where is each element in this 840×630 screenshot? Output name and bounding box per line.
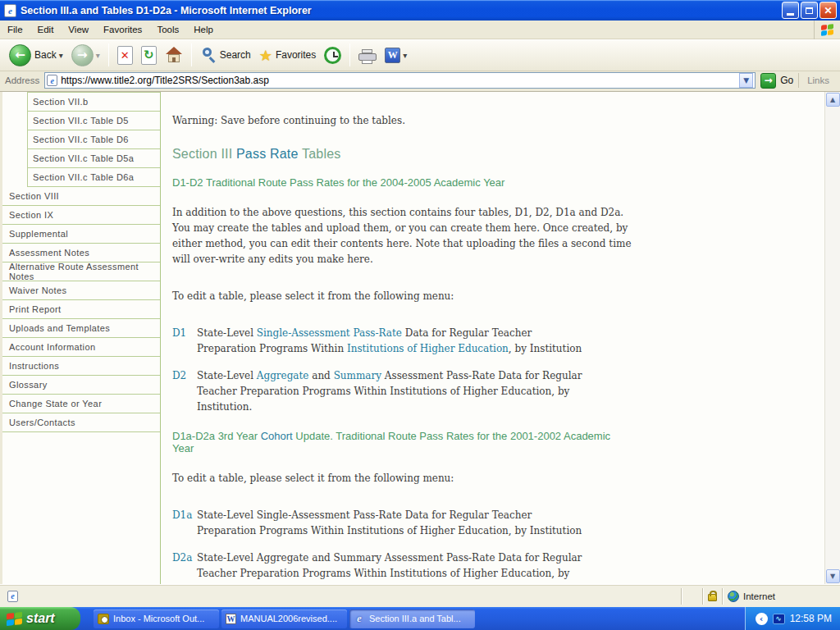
vertical-scrollbar[interactable]: ▲ ▼ xyxy=(824,92,840,584)
home-icon xyxy=(165,47,183,63)
go-arrow-icon: → xyxy=(760,73,776,89)
system-tray: ‹ ∿ 12:58 PM xyxy=(745,607,840,630)
restore-button[interactable] xyxy=(801,2,818,19)
menu-file[interactable]: File xyxy=(0,22,30,37)
address-dropdown-button[interactable]: ▼ xyxy=(739,73,753,88)
cohort-link[interactable]: Cohort xyxy=(261,430,293,442)
back-icon: ← xyxy=(9,44,31,66)
task-word-manual[interactable]: W MANUAL2006revised.... xyxy=(221,609,347,628)
sidebar-item-assessment-notes[interactable]: Assessment Notes xyxy=(2,244,160,262)
back-dropdown-icon[interactable]: ▾ xyxy=(59,51,63,60)
single-assessment-pass-rate-link[interactable]: Single-Assessment Pass-Rate xyxy=(257,327,402,339)
search-icon xyxy=(200,46,217,64)
sidebar-item-change-state-or-year[interactable]: Change State or Year xyxy=(2,395,160,413)
refresh-icon: ↻ xyxy=(141,46,157,65)
links-toolbar-label[interactable]: Links xyxy=(798,73,838,88)
search-label: Search xyxy=(220,49,251,61)
zone-label: Internet xyxy=(743,591,775,601)
menu-tools[interactable]: Tools xyxy=(149,22,186,37)
status-bar: e Internet xyxy=(0,584,840,607)
institutions-of-higher-education-link[interactable]: Institutions of Higher Education xyxy=(347,343,509,354)
status-page-icon: e xyxy=(7,591,18,602)
task-outlook-inbox[interactable]: Inbox - Microsoft Out... xyxy=(94,609,219,628)
restore-icon xyxy=(806,7,813,14)
title-bar: e Section III.a and Tables D1-D2a - Micr… xyxy=(0,0,840,21)
page-icon: e xyxy=(47,75,57,86)
menu-edit[interactable]: Edit xyxy=(30,22,62,37)
favorites-star-icon: ★ xyxy=(259,47,272,64)
edit-with-word-button[interactable]: W ▾ xyxy=(381,45,411,66)
stop-button[interactable]: ✕ xyxy=(113,43,137,67)
sidebar-item-waiver-notes[interactable]: Waiver Notes xyxy=(2,281,160,300)
status-zone-panel: Internet xyxy=(723,588,838,605)
aggregate-link[interactable]: Aggregate xyxy=(257,370,309,381)
start-label: start xyxy=(26,611,55,626)
home-button[interactable] xyxy=(161,44,187,66)
forward-icon: → xyxy=(71,44,94,66)
d2-link[interactable]: D2 xyxy=(172,368,197,415)
start-button[interactable]: start xyxy=(0,607,80,630)
d2a-link[interactable]: D2a xyxy=(172,550,197,584)
internet-explorer-icon: e xyxy=(354,612,365,625)
task-ie-section-iiia[interactable]: e Section III.a and Tabl... xyxy=(349,609,475,628)
sidebar-item-section-viic-d5[interactable]: Section VII.c Table D5 xyxy=(28,112,160,130)
sidebar-item-section-viib[interactable]: Section VII.b xyxy=(28,93,160,112)
sidebar-item-section-ix[interactable]: Section IX xyxy=(2,206,160,225)
sidebar-item-section-viic-d6a[interactable]: Section VII.c Table D6a xyxy=(28,168,160,187)
address-field[interactable]: e https://www.title2.org/Title2SRS/Secti… xyxy=(44,72,756,89)
navigation-toolbar: ← Back ▾ → ▾ ✕ ↻ Search ★ Favorites xyxy=(0,39,840,71)
close-button[interactable]: ✕ xyxy=(819,2,837,19)
minimize-icon xyxy=(787,13,794,16)
summary-link[interactable]: Summary xyxy=(334,370,381,381)
sidebar-item-section-viic-d6[interactable]: Section VII.c Table D6 xyxy=(28,130,160,149)
scroll-down-button[interactable]: ▼ xyxy=(826,569,840,583)
sidebar-item-instructions[interactable]: Instructions xyxy=(2,357,160,376)
windows-logo-icon xyxy=(814,21,840,39)
sidebar-item-section-viii[interactable]: Section VIII xyxy=(2,187,160,206)
pass-rate-link[interactable]: Pass Rate xyxy=(236,147,299,161)
sidebar-item-glossary[interactable]: Glossary xyxy=(2,376,160,395)
refresh-button[interactable]: ↻ xyxy=(137,43,161,67)
sidebar-item-account-information[interactable]: Account Information xyxy=(2,338,160,357)
forward-dropdown-icon[interactable]: ▾ xyxy=(96,51,100,60)
sidebar-item-alternative-route-assessment-notes[interactable]: Alternative Route Assessment Notes xyxy=(2,262,160,281)
toolbar-separator xyxy=(108,43,109,66)
address-input[interactable]: https://www.title2.org/Title2SRS/Section… xyxy=(61,75,739,86)
menu-prompt-2001: To edit a table, please select it from t… xyxy=(172,471,632,486)
sidebar-item-section-viic-d5a[interactable]: Section VII.c Table D5a xyxy=(28,149,160,168)
d1a-link[interactable]: D1a xyxy=(172,508,197,539)
network-activity-icon[interactable]: ∿ xyxy=(773,614,785,624)
scroll-up-button[interactable]: ▲ xyxy=(826,93,840,107)
section-2001-heading: D1a-D2a 3rd Year Cohort Update. Traditio… xyxy=(172,430,632,454)
sidebar-item-users-contacts[interactable]: Users/Contacts xyxy=(2,413,160,432)
menu-view[interactable]: View xyxy=(61,22,96,37)
taskbar-tasks: Inbox - Microsoft Out... W MANUAL2006rev… xyxy=(80,607,745,630)
lock-icon xyxy=(708,594,717,601)
sidebar-navigation: Section VII.b Section VII.c Table D5 Sec… xyxy=(2,92,161,584)
minimize-button[interactable] xyxy=(782,2,799,19)
history-button[interactable] xyxy=(320,44,345,66)
sidebar-item-uploads-and-templates[interactable]: Uploads and Templates xyxy=(2,319,160,338)
print-button[interactable] xyxy=(354,44,381,66)
tray-chevron-icon[interactable]: ‹ xyxy=(756,613,768,625)
page-title: Section III Pass Rate Tables xyxy=(172,147,632,162)
word-icon: W xyxy=(385,48,400,63)
menu-help[interactable]: Help xyxy=(186,22,221,37)
table-d1-entry: D1 State-Level Single-Assessment Pass-Ra… xyxy=(172,326,632,357)
taskbar: start Inbox - Microsoft Out... W MANUAL2… xyxy=(0,607,840,630)
search-button[interactable]: Search xyxy=(196,43,255,66)
sidebar-item-supplemental[interactable]: Supplemental xyxy=(2,225,160,244)
go-button[interactable]: → Go xyxy=(756,73,798,89)
favorites-button[interactable]: ★ Favorites xyxy=(255,44,321,66)
word-dropdown-icon[interactable]: ▾ xyxy=(403,51,407,60)
forward-button[interactable]: → ▾ xyxy=(67,42,104,69)
status-main-panel: e xyxy=(2,588,682,605)
page-content: Section VII.b Section VII.c Table D5 Sec… xyxy=(0,92,840,584)
sidebar-subsection-group: Section VII.b Section VII.c Table D5 Sec… xyxy=(27,92,160,187)
history-icon xyxy=(324,47,341,64)
back-button[interactable]: ← Back ▾ xyxy=(5,42,67,69)
d1-link[interactable]: D1 xyxy=(172,326,197,357)
sidebar-item-print-report[interactable]: Print Report xyxy=(2,300,160,319)
menu-favorites[interactable]: Favorites xyxy=(96,22,149,37)
warning-text: Warning: Save before continuing to the t… xyxy=(172,113,632,129)
